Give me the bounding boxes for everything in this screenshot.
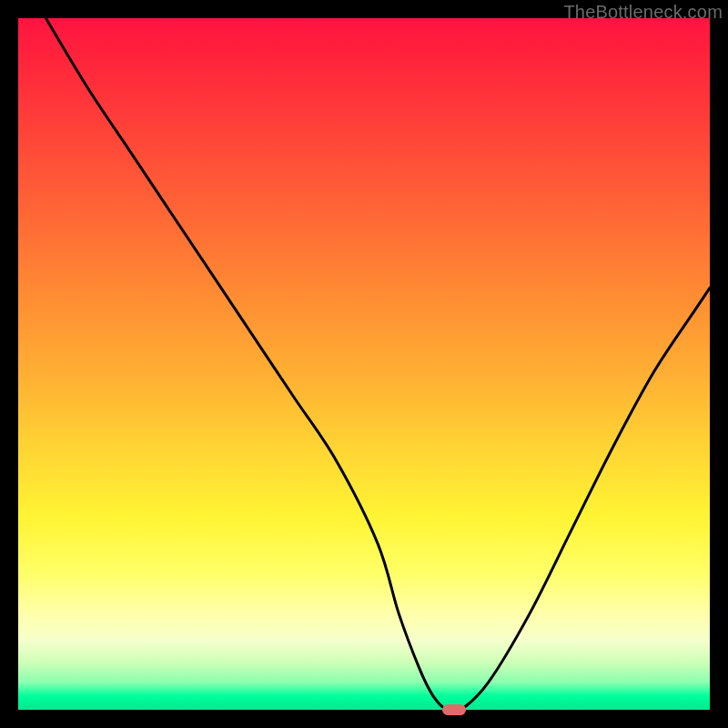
optimal-marker (442, 704, 466, 715)
bottleneck-curve (46, 18, 710, 713)
chart-frame: TheBottleneck.com (0, 0, 728, 728)
plot-area (18, 18, 710, 710)
curve-svg (18, 18, 710, 710)
